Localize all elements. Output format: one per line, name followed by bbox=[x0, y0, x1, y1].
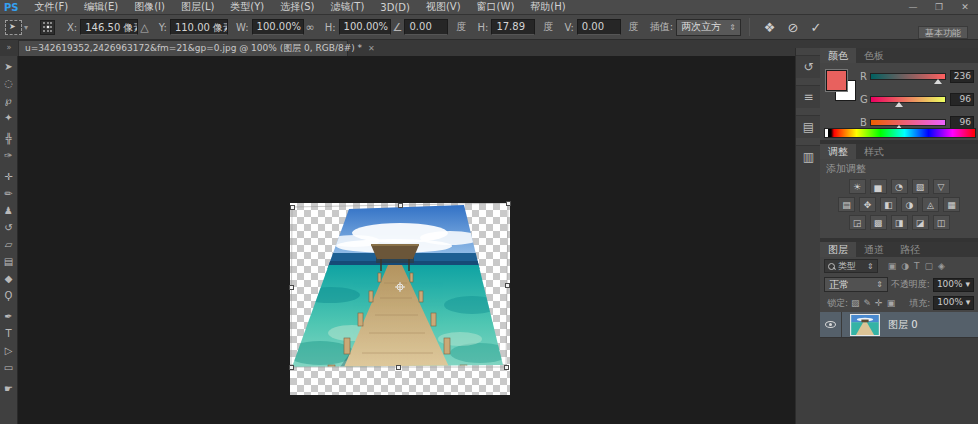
menu-item-9[interactable]: 窗口(W) bbox=[469, 0, 523, 14]
ps-logo[interactable]: PS bbox=[0, 2, 27, 13]
transform-handle[interactable] bbox=[398, 203, 403, 208]
blend-mode-select[interactable]: 正常 ⇕ bbox=[824, 277, 888, 292]
fill-input[interactable]: 100% ▾ bbox=[933, 296, 974, 310]
tab-close-icon[interactable]: ✕ bbox=[368, 44, 375, 53]
black-white-adjustment-icon[interactable]: ◧ bbox=[880, 197, 897, 212]
canvas-area[interactable] bbox=[18, 56, 795, 424]
menu-item-8[interactable]: 视图(V) bbox=[418, 0, 469, 14]
character-panel-icon[interactable]: ▥ bbox=[796, 146, 821, 168]
v-skew-input[interactable]: 0.00 bbox=[577, 19, 621, 35]
color-balance-adjustment-icon[interactable]: ✥ bbox=[859, 197, 876, 212]
close-button[interactable]: ✕ bbox=[952, 2, 978, 12]
channel-value-b[interactable]: 96 bbox=[950, 116, 974, 129]
menu-item-3[interactable]: 图层(L) bbox=[173, 0, 222, 14]
shape-tool[interactable]: ▭ bbox=[0, 359, 18, 376]
threshold-adjustment-icon[interactable]: ◨ bbox=[891, 215, 908, 230]
channel-mixer-adjustment-icon[interactable]: ◬ bbox=[922, 197, 939, 212]
channel-value-g[interactable]: 96 bbox=[950, 93, 974, 106]
gradient-tool[interactable]: ▤ bbox=[0, 253, 18, 270]
quick-selection-tool[interactable]: ✦ bbox=[0, 109, 18, 126]
layers-tab-0[interactable]: 图层 bbox=[820, 242, 856, 257]
filter-pixel-layers-icon[interactable]: ▣ bbox=[888, 261, 897, 271]
exposure-adjustment-icon[interactable]: ▧ bbox=[912, 179, 929, 194]
transform-handle[interactable] bbox=[289, 365, 294, 370]
toolbar-collapse-icon[interactable]: » bbox=[0, 40, 18, 56]
history-brush-tool[interactable]: ↺ bbox=[0, 219, 18, 236]
move-tool[interactable]: ➤ bbox=[0, 58, 18, 75]
filter-type-layers-icon[interactable]: T bbox=[914, 261, 920, 271]
commit-transform-button[interactable]: ✓ bbox=[810, 20, 821, 35]
lasso-tool[interactable]: ℘ bbox=[0, 92, 18, 109]
panel-group-grip[interactable] bbox=[796, 48, 820, 56]
dodge-tool[interactable]: Ϙ bbox=[0, 287, 18, 304]
menu-item-0[interactable]: 文件(F) bbox=[27, 0, 77, 14]
interpolation-select[interactable]: 两次立方 ⇕ bbox=[676, 19, 741, 36]
levels-adjustment-icon[interactable]: ▅ bbox=[870, 179, 887, 194]
height-scale-input[interactable]: 100.00% bbox=[339, 19, 391, 35]
info-panel-icon[interactable]: ▤ bbox=[796, 116, 821, 138]
filter-adjustment-layers-icon[interactable]: ◑ bbox=[901, 261, 909, 271]
cancel-transform-button[interactable]: ⊘ bbox=[788, 20, 799, 35]
invert-adjustment-icon[interactable]: ◲ bbox=[849, 215, 866, 230]
layer-filter-type-select[interactable]: 类型 ⇕ bbox=[824, 259, 878, 273]
posterize-adjustment-icon[interactable]: ▩ bbox=[870, 215, 887, 230]
marquee-tool[interactable]: ◌ bbox=[0, 75, 18, 92]
slider-thumb-icon[interactable] bbox=[895, 102, 903, 107]
hand-tool[interactable]: ☛ bbox=[0, 380, 18, 397]
panel-group-grip[interactable] bbox=[796, 78, 820, 86]
blur-tool[interactable]: ◆ bbox=[0, 270, 18, 287]
lock-image-pixels-icon[interactable]: ✎ bbox=[864, 298, 872, 308]
h-skew-input[interactable]: 17.89 bbox=[491, 19, 535, 35]
lock-all-icon[interactable]: ▣ bbox=[887, 298, 896, 308]
photo-filter-adjustment-icon[interactable]: ◑ bbox=[901, 197, 918, 212]
filter-shape-layers-icon[interactable]: ▢ bbox=[925, 261, 934, 271]
channel-value-r[interactable]: 236 bbox=[950, 70, 974, 83]
menu-item-4[interactable]: 类型(Y) bbox=[222, 0, 272, 14]
layer-visibility-toggle[interactable] bbox=[820, 312, 842, 337]
spot-healing-tool[interactable]: ✛ bbox=[0, 168, 18, 185]
vibrance-adjustment-icon[interactable]: ▽ bbox=[933, 179, 950, 194]
layer-row[interactable]: 图层 0 bbox=[820, 312, 978, 338]
crop-tool[interactable]: ╬ bbox=[0, 130, 18, 147]
layers-tab-2[interactable]: 路径 bbox=[892, 242, 928, 257]
warp-mode-button[interactable]: ❖ bbox=[764, 20, 776, 35]
transform-handle[interactable] bbox=[289, 285, 294, 290]
clone-stamp-tool[interactable]: ♟ bbox=[0, 202, 18, 219]
link-dimensions-icon[interactable]: ∞ bbox=[306, 21, 315, 34]
history-panel-icon[interactable]: ↺ bbox=[796, 56, 821, 78]
menu-item-7[interactable]: 3D(D) bbox=[372, 2, 418, 13]
rotation-input[interactable]: 0.00 bbox=[404, 19, 448, 35]
type-tool[interactable]: T bbox=[0, 325, 18, 342]
document-tab[interactable]: u=342619352,2426963172&fm=21&gp=0.jpg @ … bbox=[18, 40, 348, 56]
adjustments-tab-1[interactable]: 样式 bbox=[856, 144, 892, 159]
menu-item-10[interactable]: 帮助(H) bbox=[522, 0, 573, 14]
color-spectrum-ramp[interactable] bbox=[824, 128, 976, 138]
color-lookup-adjustment-icon[interactable]: ▦ bbox=[943, 197, 960, 212]
restore-button[interactable]: ❐ bbox=[926, 2, 952, 12]
menu-item-5[interactable]: 选择(S) bbox=[272, 0, 322, 14]
transform-tool-icon[interactable] bbox=[5, 20, 22, 35]
x-input[interactable]: 146.50 像素 bbox=[80, 19, 138, 35]
relative-position-icon[interactable]: △ bbox=[140, 21, 148, 34]
transform-handle[interactable] bbox=[396, 365, 401, 370]
transform-handle[interactable] bbox=[506, 201, 511, 206]
brush-tool[interactable]: ✏ bbox=[0, 185, 18, 202]
color-tab-0[interactable]: 颜色 bbox=[820, 48, 856, 63]
curves-adjustment-icon[interactable]: ◔ bbox=[891, 179, 908, 194]
workspace-button[interactable]: 基本功能 bbox=[918, 26, 968, 39]
width-scale-input[interactable]: 100.00% bbox=[252, 19, 304, 35]
transform-handle[interactable] bbox=[504, 365, 509, 370]
filter-smart-objects-icon[interactable]: ◈ bbox=[938, 261, 945, 271]
hue-saturation-adjustment-icon[interactable]: ▤ bbox=[838, 197, 855, 212]
menu-item-1[interactable]: 编辑(E) bbox=[76, 0, 126, 14]
path-selection-tool[interactable]: ▷ bbox=[0, 342, 18, 359]
gradient-map-adjustment-icon[interactable]: ◪ bbox=[912, 215, 929, 230]
lock-position-icon[interactable]: ✛ bbox=[875, 298, 883, 308]
transform-handle[interactable] bbox=[505, 283, 510, 288]
reference-point-locator[interactable] bbox=[40, 20, 55, 35]
opacity-input[interactable]: 100% ▾ bbox=[933, 278, 974, 292]
foreground-color-swatch[interactable] bbox=[826, 70, 847, 91]
panel-group-grip[interactable] bbox=[796, 138, 820, 146]
menu-item-6[interactable]: 滤镜(T) bbox=[322, 0, 372, 14]
properties-panel-icon[interactable]: ≡ bbox=[796, 86, 821, 108]
